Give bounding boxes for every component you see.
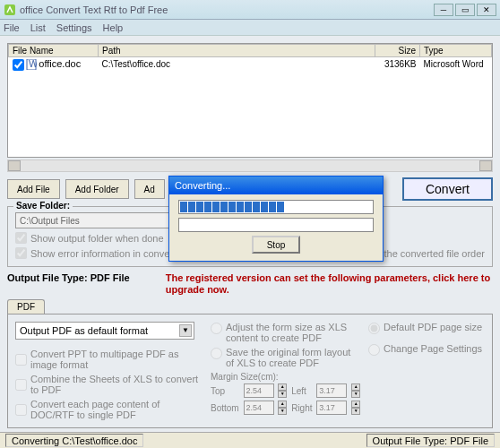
- menu-file[interactable]: File: [4, 22, 20, 33]
- minimize-button[interactable]: ─: [434, 4, 453, 16]
- margin-bottom-input[interactable]: [244, 401, 274, 415]
- app-icon: [4, 4, 16, 16]
- progress-bar-secondary: [178, 218, 374, 232]
- menu-settings[interactable]: Settings: [56, 22, 92, 33]
- table-row[interactable]: W office.doc C:\Test\office.doc 3136KB M…: [9, 57, 492, 72]
- col-path[interactable]: Path: [99, 45, 375, 57]
- menu-help[interactable]: Help: [103, 22, 124, 33]
- converting-dialog: Converting... Stop: [168, 176, 384, 262]
- combine-xls-checkbox[interactable]: [15, 379, 27, 391]
- scroll-right-button[interactable]: [479, 160, 492, 171]
- row-checkbox[interactable]: [13, 59, 24, 71]
- margin-right-input[interactable]: [316, 401, 347, 415]
- output-file-type-label: Output File Type: PDF File: [7, 272, 130, 296]
- horizontal-scrollbar[interactable]: [7, 159, 493, 172]
- pdf-options-panel: Output PDF as default format▼ Convert PP…: [7, 314, 493, 428]
- spinner-buttons[interactable]: ▲▼: [278, 383, 287, 398]
- col-type[interactable]: Type: [420, 45, 492, 57]
- col-filename[interactable]: File Name: [9, 45, 99, 57]
- dialog-title: Converting...: [169, 177, 383, 194]
- output-format-combo[interactable]: Output PDF as default format▼: [15, 322, 194, 340]
- menu-list[interactable]: List: [30, 22, 46, 33]
- word-doc-icon: W: [26, 59, 37, 70]
- add-folder-button[interactable]: Add Folder: [65, 179, 129, 199]
- ppt-multipage-checkbox[interactable]: [15, 354, 27, 366]
- spinner-buttons[interactable]: ▲▼: [351, 383, 360, 398]
- margin-top-input[interactable]: [244, 383, 274, 398]
- tab-pdf[interactable]: PDF: [7, 299, 45, 314]
- each-page-single-checkbox[interactable]: [15, 404, 27, 416]
- svg-text:W: W: [29, 59, 37, 69]
- close-button[interactable]: ✕: [477, 4, 496, 16]
- spinner-buttons[interactable]: ▲▼: [351, 401, 360, 415]
- show-output-checkbox[interactable]: [15, 232, 27, 244]
- change-page-settings-radio[interactable]: [368, 344, 380, 356]
- status-bar: Converting C:\Test\office.doc Output Fil…: [0, 432, 500, 448]
- convert-button[interactable]: Convert: [402, 177, 493, 201]
- save-original-radio[interactable]: [211, 348, 222, 359]
- extra-button[interactable]: Ad: [134, 179, 165, 199]
- save-folder-legend: Save Folder:: [13, 201, 73, 211]
- upgrade-promo-link[interactable]: The registered version can set the follo…: [166, 272, 493, 296]
- spinner-buttons[interactable]: ▲▼: [278, 401, 287, 415]
- margin-left-input[interactable]: [316, 383, 347, 398]
- menubar: File List Settings Help: [0, 20, 500, 36]
- status-converting: Converting C:\Test\office.doc: [5, 434, 143, 447]
- show-error-checkbox[interactable]: [15, 247, 27, 259]
- add-file-button[interactable]: Add File: [7, 179, 60, 199]
- default-page-size-radio[interactable]: [368, 323, 380, 334]
- adjust-form-radio[interactable]: [211, 323, 222, 334]
- progress-bar: [178, 200, 374, 214]
- col-size[interactable]: Size: [375, 45, 420, 57]
- window-title: office Convert Text Rtf to Pdf Free: [20, 4, 434, 15]
- maximize-button[interactable]: ▭: [455, 4, 475, 16]
- file-list[interactable]: File Name Path Size Type W office.doc C:…: [7, 43, 493, 158]
- status-output-type: Output File Type: PDF File: [366, 434, 495, 447]
- margin-size-label: Margin Size(cm):: [211, 372, 361, 382]
- stop-button[interactable]: Stop: [252, 236, 300, 254]
- scroll-left-button[interactable]: [8, 160, 21, 171]
- combo-arrow-icon: ▼: [179, 324, 192, 337]
